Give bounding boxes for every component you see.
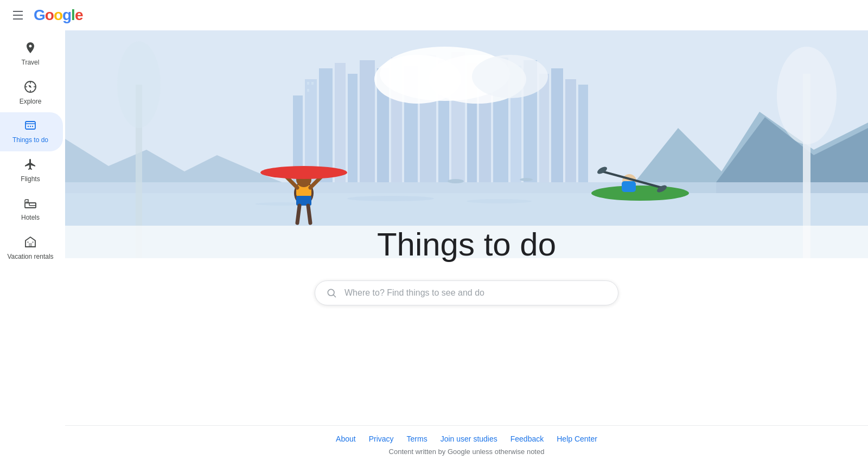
sidebar-item-explore[interactable]: Explore [0, 74, 63, 113]
search-icon [326, 288, 337, 298]
sidebar-item-vacation-rentals-label: Vacation rentals [7, 253, 53, 261]
hero-illustration [65, 30, 868, 258]
svg-rect-37 [311, 82, 314, 85]
svg-rect-18 [335, 63, 346, 182]
main-layout: Travel Explore [0, 30, 868, 460]
svg-point-55 [260, 166, 347, 179]
svg-line-57 [308, 206, 310, 223]
svg-rect-7 [29, 203, 36, 206]
svg-rect-34 [565, 79, 576, 182]
travel-icon [24, 41, 37, 56]
content-area: Things to do About Privacy Terms Join us… [65, 30, 868, 460]
svg-point-67 [472, 55, 548, 98]
header: Google [0, 0, 868, 30]
svg-line-72 [334, 295, 336, 297]
footer-link-terms[interactable]: Terms [407, 435, 427, 443]
sidebar-item-hotels-label: Hotels [21, 214, 40, 222]
footer-link-privacy[interactable]: Privacy [369, 435, 394, 443]
search-bar[interactable] [315, 280, 618, 305]
svg-rect-20 [360, 60, 375, 182]
sidebar-item-travel[interactable]: Travel [0, 35, 63, 74]
sidebar-item-flights[interactable]: Flights [0, 151, 63, 190]
svg-rect-10 [27, 241, 29, 243]
svg-point-42 [467, 199, 532, 203]
svg-rect-32 [539, 74, 549, 182]
explore-icon [24, 80, 37, 95]
svg-point-3 [28, 126, 29, 127]
things-to-do-icon [24, 119, 37, 134]
svg-rect-8 [26, 201, 28, 203]
svg-rect-9 [29, 243, 32, 247]
sidebar-item-flights-label: Flights [21, 175, 40, 184]
svg-point-69 [520, 178, 533, 181]
sidebar: Travel Explore [0, 30, 65, 460]
svg-rect-11 [32, 241, 34, 243]
svg-point-48 [777, 47, 837, 144]
svg-rect-60 [622, 181, 636, 192]
search-input[interactable] [344, 288, 607, 298]
svg-rect-17 [319, 68, 333, 182]
footer-link-join-user-studies[interactable]: Join user studies [441, 435, 497, 443]
svg-point-58 [591, 186, 689, 201]
svg-line-56 [297, 206, 299, 223]
main-content: Things to do [65, 226, 868, 305]
sidebar-item-travel-label: Travel [22, 59, 40, 67]
svg-rect-33 [551, 68, 563, 182]
sidebar-item-things-to-do[interactable]: Things to do [0, 112, 63, 151]
svg-rect-0 [28, 43, 33, 44]
vacation-rentals-icon [24, 235, 37, 251]
svg-point-68 [448, 179, 464, 183]
svg-rect-35 [578, 85, 588, 182]
footer-link-feedback[interactable]: Feedback [510, 435, 544, 443]
svg-point-5 [32, 126, 33, 127]
svg-rect-36 [307, 82, 309, 85]
sidebar-item-hotels[interactable]: Hotels [0, 190, 63, 229]
footer-links: About Privacy Terms Join user studies Fe… [65, 435, 868, 443]
sidebar-item-vacation-rentals[interactable]: Vacation rentals [0, 229, 63, 268]
svg-point-4 [30, 126, 31, 127]
page-title: Things to do [377, 226, 556, 263]
svg-rect-2 [25, 122, 35, 129]
svg-point-46 [117, 41, 161, 128]
svg-rect-19 [348, 74, 358, 182]
sidebar-item-explore-label: Explore [20, 98, 42, 106]
flights-icon [24, 158, 37, 173]
google-logo: Google [34, 7, 82, 24]
svg-point-41 [347, 196, 434, 201]
hotels-icon [24, 196, 37, 212]
menu-button[interactable] [9, 7, 27, 24]
footer: About Privacy Terms Join user studies Fe… [65, 425, 868, 460]
footer-copyright: Content written by Google unless otherwi… [65, 448, 868, 456]
svg-rect-38 [307, 89, 309, 92]
footer-link-about[interactable]: About [336, 435, 356, 443]
sidebar-item-things-label: Things to do [12, 136, 48, 145]
footer-link-help-center[interactable]: Help Center [557, 435, 597, 443]
